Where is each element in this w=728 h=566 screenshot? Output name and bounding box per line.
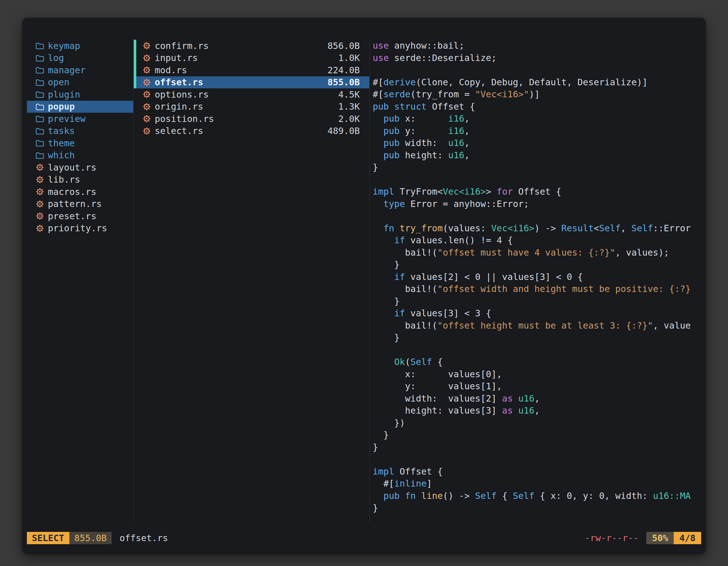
code-line: } bbox=[373, 429, 701, 441]
file-name: macros.rs bbox=[48, 187, 96, 197]
parent-item-tasks[interactable]: tasks bbox=[27, 125, 133, 137]
cursor-position-badge: 4/8 bbox=[674, 532, 701, 544]
code-line: width: values[2] as u16, bbox=[373, 393, 701, 405]
rust-file-icon bbox=[142, 102, 151, 111]
code-line: y: values[1], bbox=[373, 380, 701, 393]
selection-marker bbox=[133, 52, 136, 64]
parent-item-priority-rs[interactable]: priority.rs bbox=[27, 222, 133, 235]
file-item-origin-rs[interactable]: origin.rs1.3K bbox=[134, 101, 369, 113]
file-item-select-rs[interactable]: select.rs489.0B bbox=[134, 125, 369, 137]
file-name: options.rs bbox=[155, 89, 209, 100]
file-name: layout.rs bbox=[48, 162, 96, 173]
code-line: } bbox=[373, 332, 701, 344]
file-item-offset-rs[interactable]: offset.rs855.0B bbox=[134, 76, 369, 89]
folder-icon bbox=[35, 102, 44, 111]
folder-icon bbox=[35, 90, 44, 99]
code-line: impl Offset { bbox=[373, 466, 701, 478]
parent-item-plugin[interactable]: plugin bbox=[27, 88, 133, 101]
mode-badge: SELECT bbox=[27, 532, 69, 544]
desktop-background: keymaplogmanageropenpluginpopuppreviewta… bbox=[0, 0, 728, 566]
file-name: preset.rs bbox=[48, 211, 96, 222]
file-item-position-rs[interactable]: position.rs2.0K bbox=[134, 113, 369, 125]
rust-file-icon bbox=[35, 200, 44, 209]
code-line: pub y: i16, bbox=[373, 125, 701, 137]
folder-name: keymap bbox=[48, 41, 80, 51]
rust-file-icon bbox=[142, 114, 151, 123]
rust-file-icon bbox=[142, 90, 151, 99]
code-line: x: values[0], bbox=[373, 368, 701, 380]
file-size: 489.0B bbox=[327, 126, 360, 136]
parent-item-open[interactable]: open bbox=[27, 76, 133, 89]
code-line: } bbox=[373, 502, 701, 514]
parent-item-preset-rs[interactable]: preset.rs bbox=[27, 210, 133, 222]
folder-icon bbox=[35, 78, 44, 87]
preview-pane: use anyhow::bail;use serde::Deserialize;… bbox=[370, 40, 701, 522]
parent-item-lib-rs[interactable]: lib.rs bbox=[27, 174, 133, 186]
code-line: pub fn line() -> Self { Self { x: 0, y: … bbox=[373, 490, 701, 502]
code-line: }) bbox=[373, 417, 701, 429]
parent-item-which[interactable]: which bbox=[27, 149, 133, 162]
folder-icon bbox=[35, 41, 44, 50]
file-item-confirm-rs[interactable]: confirm.rs856.0B bbox=[134, 40, 369, 52]
parent-item-log[interactable]: log bbox=[27, 52, 133, 64]
file-item-options-rs[interactable]: options.rs4.5K bbox=[134, 88, 369, 101]
file-name: position.rs bbox=[155, 114, 214, 124]
parent-item-manager[interactable]: manager bbox=[27, 64, 133, 76]
code-line: #[serde(try_from = "Vec<i16>")] bbox=[373, 88, 701, 101]
terminal-window: keymaplogmanageropenpluginpopuppreviewta… bbox=[22, 18, 706, 554]
status-filename: offset.rs bbox=[119, 533, 168, 543]
folder-name: open bbox=[48, 77, 69, 88]
rust-file-icon bbox=[35, 187, 44, 196]
status-bar: SELECT 855.0B offset.rs -rw-r--r-- 50% 4… bbox=[27, 532, 701, 544]
code-line: #[inline] bbox=[373, 478, 701, 490]
parent-item-macros-rs[interactable]: macros.rs bbox=[27, 186, 133, 198]
rust-file-icon bbox=[142, 126, 151, 136]
parent-item-popup[interactable]: popup bbox=[27, 101, 133, 113]
code-line bbox=[373, 174, 701, 186]
parent-item-layout-rs[interactable]: layout.rs bbox=[27, 161, 133, 174]
code-line: pub height: u16, bbox=[373, 149, 701, 162]
scroll-percent-badge: 50% bbox=[646, 532, 674, 544]
file-item-mod-rs[interactable]: mod.rs224.0B bbox=[134, 64, 369, 76]
folder-name: theme bbox=[48, 138, 75, 149]
file-item-input-rs[interactable]: input.rs1.0K bbox=[134, 52, 369, 64]
code-line: #[derive(Clone, Copy, Debug, Default, De… bbox=[373, 76, 701, 89]
current-pane: confirm.rs856.0Binput.rs1.0Kmod.rs224.0B… bbox=[133, 40, 370, 522]
selection-marker bbox=[133, 64, 136, 76]
parent-pane: keymaplogmanageropenpluginpopuppreviewta… bbox=[27, 40, 133, 522]
file-size: 2.0K bbox=[338, 114, 360, 124]
permissions-text: -rw-r--r-- bbox=[585, 533, 639, 543]
code-line bbox=[373, 344, 701, 356]
folder-name: tasks bbox=[48, 126, 75, 136]
folder-icon bbox=[35, 151, 44, 160]
folder-name: popup bbox=[48, 101, 75, 112]
rust-file-icon bbox=[142, 65, 151, 75]
folder-icon bbox=[35, 53, 44, 63]
rust-file-icon bbox=[142, 53, 151, 63]
file-name: input.rs bbox=[155, 53, 198, 63]
parent-item-preview[interactable]: preview bbox=[27, 113, 133, 125]
file-name: offset.rs bbox=[155, 77, 203, 88]
folder-icon bbox=[35, 126, 44, 136]
code-line: if values[3] < 3 { bbox=[373, 307, 701, 319]
rust-file-icon bbox=[35, 212, 44, 221]
file-manager-panes: keymaplogmanageropenpluginpopuppreviewta… bbox=[27, 40, 701, 522]
folder-name: preview bbox=[48, 114, 86, 124]
parent-item-pattern-rs[interactable]: pattern.rs bbox=[27, 198, 133, 210]
folder-icon bbox=[35, 65, 44, 75]
file-name: lib.rs bbox=[48, 174, 80, 185]
file-size: 1.0K bbox=[338, 53, 360, 63]
code-line: Ok(Self { bbox=[373, 356, 701, 368]
code-line: bail!("offset height must be at least 3:… bbox=[373, 319, 701, 332]
rust-file-icon bbox=[35, 224, 44, 233]
parent-item-keymap[interactable]: keymap bbox=[27, 40, 133, 52]
code-line: bail!("offset width and height must be p… bbox=[373, 283, 701, 295]
file-size: 855.0B bbox=[327, 77, 360, 88]
parent-item-theme[interactable]: theme bbox=[27, 137, 133, 149]
code-line: if values[2] < 0 || values[3] < 0 { bbox=[373, 271, 701, 283]
code-line: use anyhow::bail; bbox=[373, 40, 701, 52]
file-name: mod.rs bbox=[155, 65, 187, 76]
file-size: 1.3K bbox=[338, 101, 360, 112]
folder-name: plugin bbox=[48, 89, 80, 100]
rust-file-icon bbox=[142, 41, 151, 50]
